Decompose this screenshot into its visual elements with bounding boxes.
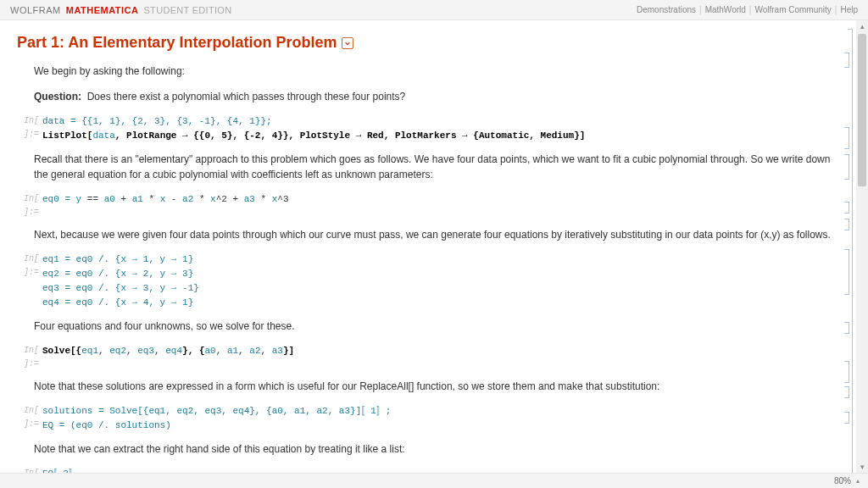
top-bar: WOLFRAM MATHEMATICA STUDENT EDITION Demo… [0, 0, 868, 20]
link-demonstrations[interactable]: Demonstrations [637, 5, 696, 14]
brand-mathematica: MATHEMATICA [66, 5, 139, 15]
link-mathworld[interactable]: MathWorld [705, 5, 746, 14]
brand-edition: STUDENT EDITION [143, 5, 231, 15]
link-help[interactable]: Help [840, 5, 858, 14]
link-community[interactable]: Wolfram Community [754, 5, 831, 14]
brand-wolfram: WOLFRAM [10, 5, 61, 15]
top-links: Demonstrations | MathWorld | Wolfram Com… [637, 5, 858, 14]
brand: WOLFRAM MATHEMATICA STUDENT EDITION [10, 5, 231, 15]
